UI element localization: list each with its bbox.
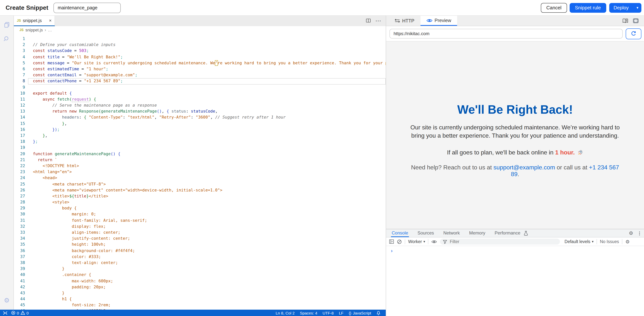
search-icon[interactable]	[2, 35, 11, 43]
eol-setting[interactable]: LF	[339, 310, 344, 315]
code-line[interactable]: 31 font-family: Arial, sans-serif;	[14, 217, 386, 223]
snippet-rule-button[interactable]: Snippet rule	[570, 3, 606, 13]
flask-icon[interactable]	[524, 229, 528, 237]
settings-gear-icon[interactable]: ⚙	[4, 296, 10, 304]
console-prompt-chevron[interactable]: ›	[391, 249, 644, 253]
code-line[interactable]: 16 });	[14, 127, 386, 133]
live-expression-eye-icon[interactable]	[432, 239, 437, 244]
line-number[interactable]: 9	[14, 84, 28, 90]
code-line[interactable]: 24 <head>	[14, 175, 386, 181]
code-line[interactable]: 19	[14, 145, 386, 151]
line-number[interactable]: 46	[14, 308, 28, 310]
files-icon[interactable]	[2, 20, 11, 29]
line-number[interactable]: 28	[14, 199, 28, 205]
split-editor-icon[interactable]	[366, 18, 371, 23]
line-number[interactable]: 22	[14, 163, 28, 169]
code-line[interactable]: 26 <meta name="viewport" content="width=…	[14, 187, 386, 193]
line-number[interactable]: 12	[14, 103, 28, 108]
code-line[interactable]: 21 return `	[14, 157, 386, 163]
code-line[interactable]: 22 <!DOCTYPE html>	[14, 163, 386, 169]
line-number[interactable]: 26	[14, 187, 28, 193]
line-number[interactable]: 27	[14, 193, 28, 199]
line-number[interactable]: 2	[14, 42, 28, 48]
code-line[interactable]: 44 h1 {	[14, 296, 386, 302]
code-line[interactable]: 46 color: #0056b3;	[14, 308, 386, 310]
code-line[interactable]: 5const message = "Our site is currently …	[14, 60, 386, 66]
cancel-button[interactable]: Cancel	[541, 3, 567, 13]
email-link[interactable]: support@example.com	[494, 164, 555, 170]
code-line[interactable]: 23<html lang="en">	[14, 169, 386, 175]
line-number[interactable]: 7	[14, 72, 28, 78]
code-line[interactable]: 6const estimatedTime = "1 hour";	[14, 66, 386, 72]
code-line[interactable]: 32 display: flex;	[14, 224, 386, 230]
indentation-setting[interactable]: Spaces: 4	[300, 310, 317, 315]
line-number[interactable]: 11	[14, 97, 28, 103]
code-line[interactable]: 18};	[14, 139, 386, 145]
code-line[interactable]: 30 margin: 0;	[14, 211, 386, 217]
line-number[interactable]: 3	[14, 48, 28, 54]
breadcrumb[interactable]: JS snippet.js › …	[14, 26, 386, 34]
language-mode[interactable]: {} JavaScript	[349, 310, 371, 315]
code-line[interactable]: 3const statusCode = 503;	[14, 48, 386, 54]
line-number[interactable]: 31	[14, 217, 28, 223]
code-line[interactable]: 11 async fetch(request) {	[14, 97, 386, 103]
line-number[interactable]: 4	[14, 54, 28, 60]
line-number[interactable]: 29	[14, 205, 28, 211]
reload-button[interactable]	[626, 28, 642, 39]
code-editor[interactable]: 12// Define your customizable inputs3con…	[14, 34, 386, 310]
notifications-bell-icon[interactable]	[376, 310, 380, 315]
devtools-tab-network[interactable]: Network	[442, 229, 460, 237]
console-settings-gear-icon[interactable]: ⚙	[625, 239, 630, 244]
url-input[interactable]	[390, 29, 623, 39]
line-number[interactable]: 33	[14, 230, 28, 236]
code-line[interactable]: 1	[14, 36, 386, 42]
line-number[interactable]: 36	[14, 248, 28, 254]
line-number[interactable]: 20	[14, 151, 28, 157]
problems-indicator[interactable]: 0 0	[11, 310, 28, 315]
line-number[interactable]: 42	[14, 284, 28, 290]
devtools-tab-memory[interactable]: Memory	[468, 229, 486, 237]
line-number[interactable]: 21	[14, 157, 28, 163]
devtools-tab-performance[interactable]: Performance	[494, 229, 521, 237]
line-number[interactable]: 1	[14, 36, 28, 42]
deploy-dropdown-button[interactable]: ▾	[634, 6, 642, 10]
line-number[interactable]: 43	[14, 290, 28, 296]
close-tab-icon[interactable]: ×	[49, 18, 52, 23]
devtools-settings-gear-icon[interactable]: ⚙	[629, 230, 633, 236]
line-number[interactable]: 34	[14, 236, 28, 242]
code-line[interactable]: 8const contactPhone = "+1 234 567 89";	[14, 78, 386, 84]
line-number[interactable]: 45	[14, 302, 28, 308]
line-number[interactable]: 44	[14, 296, 28, 302]
issues-counter[interactable]: No Issues	[600, 239, 619, 244]
clear-console-icon[interactable]	[397, 239, 402, 244]
tab-http[interactable]: HTTP	[389, 16, 420, 26]
line-number[interactable]: 10	[14, 90, 28, 96]
code-line[interactable]: 25 <meta charset="UTF-8">	[14, 181, 386, 187]
code-line[interactable]: 40 .container {	[14, 272, 386, 278]
line-number[interactable]: 39	[14, 266, 28, 272]
code-line[interactable]: 14 headers: { "Content-Type": "text/html…	[14, 115, 386, 121]
code-line[interactable]: 45 font-size: 2rem;	[14, 302, 386, 308]
code-line[interactable]: 34 justify-content: center;	[14, 236, 386, 242]
line-number[interactable]: 8	[14, 78, 28, 84]
code-line[interactable]: 33 align-items: center;	[14, 230, 386, 236]
line-number[interactable]: 19	[14, 145, 28, 151]
docs-book-icon[interactable]	[622, 18, 628, 23]
code-line[interactable]: 28 <style>	[14, 199, 386, 205]
line-number[interactable]: 32	[14, 224, 28, 230]
deploy-button[interactable]: Deploy	[609, 5, 633, 11]
console-sidebar-toggle-icon[interactable]	[389, 239, 394, 244]
code-line[interactable]: 27 <title>${title}</title>	[14, 193, 386, 199]
code-line[interactable]: 29 body {	[14, 205, 386, 211]
line-number[interactable]: 14	[14, 115, 28, 121]
line-number[interactable]: 24	[14, 175, 28, 181]
code-line[interactable]: 10export default {	[14, 90, 386, 96]
line-number[interactable]: 37	[14, 254, 28, 260]
log-levels-selector[interactable]: Default levels ▾	[564, 239, 594, 244]
devtools-tab-sources[interactable]: Sources	[417, 229, 435, 237]
line-number[interactable]: 5	[14, 60, 28, 66]
code-line[interactable]: 15 },	[14, 121, 386, 127]
line-number[interactable]: 6	[14, 66, 28, 72]
remote-indicator[interactable]	[3, 311, 8, 315]
code-line[interactable]: 2// Define your customizable inputs	[14, 42, 386, 48]
